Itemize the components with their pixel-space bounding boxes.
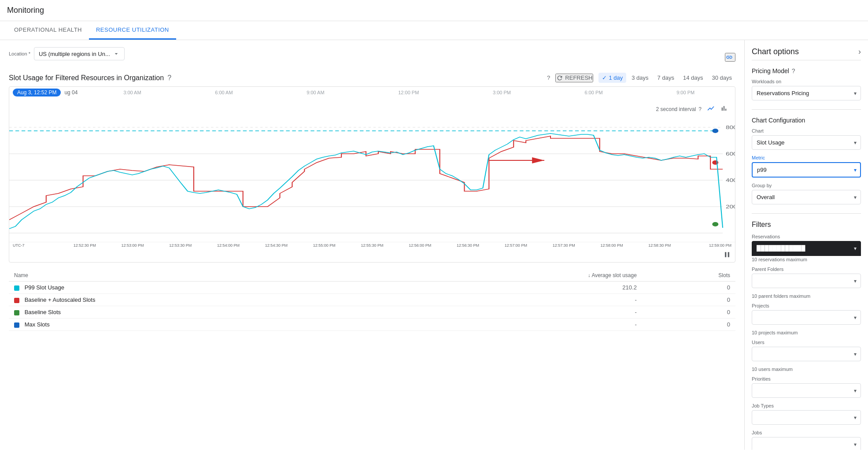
priorities-filter: Priorities xyxy=(752,376,861,398)
app-header: Monitoring xyxy=(0,0,868,21)
sidebar-close-icon[interactable]: › xyxy=(858,47,861,56)
help-icon-right[interactable]: ? xyxy=(547,74,550,81)
jobs-select-wrapper xyxy=(752,437,861,450)
job-types-filter: Job Types xyxy=(752,403,861,425)
date-secondary: ug 04 xyxy=(64,89,78,96)
divider-1 xyxy=(752,109,861,110)
time-tick-7: 12:56:00 PM xyxy=(396,243,444,248)
projects-select[interactable] xyxy=(752,310,861,325)
bar-chart-btn[interactable] xyxy=(718,104,730,115)
parent-folders-filter: Parent Folders 10 parent folders maximum xyxy=(752,267,861,299)
time-tick-2: 12:53:30 PM xyxy=(156,243,204,248)
job-types-select[interactable] xyxy=(752,410,861,425)
metric-select[interactable]: p99 p50 average xyxy=(752,162,861,178)
pricing-help-icon[interactable]: ? xyxy=(792,67,795,74)
job-types-label: Job Types xyxy=(752,403,861,408)
tab-operational-health[interactable]: OPERATIONAL HEALTH xyxy=(7,21,89,40)
row-slots: 0 xyxy=(642,319,735,331)
row-slots: 0 xyxy=(642,306,735,319)
svg-point-10 xyxy=(712,129,718,133)
table-row: P99 Slot Usage 210.2 0 xyxy=(9,282,735,294)
chart-select[interactable]: Slot Usage xyxy=(752,135,861,150)
color-indicator xyxy=(14,285,19,291)
tab-resource-utilization[interactable]: RESOURCE UTILIZATION xyxy=(89,21,176,40)
jobs-select[interactable] xyxy=(752,437,861,450)
job-types-select-wrapper xyxy=(752,410,861,425)
line-chart-btn[interactable] xyxy=(705,104,717,115)
jobs-label: Jobs xyxy=(752,430,861,435)
metric-field-label: Metric xyxy=(752,155,861,160)
sort-icon: ↓ xyxy=(588,272,591,278)
main-layout: Location * US (multiple regions in Un...… xyxy=(0,40,868,450)
users-hint: 10 users maximum xyxy=(752,367,861,372)
time-tick-4: 12:54:30 PM xyxy=(252,243,300,248)
tabs-bar: OPERATIONAL HEALTH RESOURCE UTILIZATION xyxy=(0,21,868,40)
row-avg: - xyxy=(393,319,642,331)
color-indicator xyxy=(14,310,19,315)
reservations-select[interactable]: ████████████ xyxy=(752,241,861,256)
workloads-select[interactable]: Reservations Pricing On-Demand Pricing xyxy=(752,86,861,100)
date-label-bar: Aug 3, 12:52 PM ug 04 3:00 AM 6:00 AM 9:… xyxy=(9,87,735,98)
time-btn-14days[interactable]: 14 days xyxy=(680,73,707,83)
chart-svg-area[interactable]: 800 600 400 200 xyxy=(9,119,735,242)
interval-help-icon[interactable]: ? xyxy=(698,106,702,112)
time-tick-0: 12:52:30 PM xyxy=(61,243,109,248)
row-name-cell: Baseline + Autoscaled Slots xyxy=(9,294,393,306)
reservations-hint: 10 reservations maximum xyxy=(752,257,861,262)
time-btn-7days[interactable]: 7 days xyxy=(654,73,678,83)
time-tick-5: 12:55:00 PM xyxy=(300,243,348,248)
projects-select-wrapper xyxy=(752,310,861,325)
refresh-icon xyxy=(556,74,563,82)
color-indicator xyxy=(14,322,19,328)
jobs-filter: Jobs xyxy=(752,430,861,450)
content-area: Location * US (multiple regions in Un...… xyxy=(0,40,745,450)
date-chip: Aug 3, 12:52 PM xyxy=(13,89,61,96)
pause-button[interactable] xyxy=(723,250,731,260)
filters-title: Filters xyxy=(752,221,861,229)
parent-folders-select[interactable] xyxy=(752,274,861,288)
time-btn-1day[interactable]: ✓ 1 day xyxy=(598,73,626,83)
refresh-button[interactable]: REFRESH xyxy=(555,74,593,82)
row-name: Max Slots xyxy=(25,321,50,328)
location-dropdown[interactable]: US (multiple regions in Un... xyxy=(34,47,125,60)
parent-folders-select-wrapper xyxy=(752,274,861,288)
row-slots: 0 xyxy=(642,294,735,306)
projects-label: Projects xyxy=(752,303,861,308)
row-name: Baseline Slots xyxy=(25,309,61,315)
chart-header: Slot Usage for Filtered Resources in Org… xyxy=(9,73,735,83)
pricing-model-section: Pricing Model ? Workloads on Reservation… xyxy=(752,67,861,100)
col-name: Name xyxy=(9,270,393,282)
table-row: Max Slots - 0 xyxy=(9,319,735,331)
help-icon[interactable]: ? xyxy=(167,74,171,82)
reservations-filter: Reservations ████████████ 10 reservation… xyxy=(752,234,861,262)
data-table: Name ↓ Average slot usage Slots P99 Slot… xyxy=(9,270,735,331)
col-slots: Slots xyxy=(642,270,735,282)
time-btn-30days[interactable]: 30 days xyxy=(708,73,735,83)
chevron-down-icon xyxy=(113,50,120,57)
time-btn-3days[interactable]: 3 days xyxy=(628,73,652,83)
pause-row xyxy=(9,248,735,262)
users-select[interactable] xyxy=(752,347,861,361)
svg-point-12 xyxy=(712,222,718,226)
col-avg[interactable]: ↓ Average slot usage xyxy=(393,270,642,282)
table-row: Baseline + Autoscaled Slots - 0 xyxy=(9,294,735,306)
line-chart-icon xyxy=(707,104,715,112)
time-tick-9: 12:57:00 PM xyxy=(492,243,540,248)
app-title: Monitoring xyxy=(7,6,44,15)
interval-label: 2 second interval xyxy=(656,106,696,112)
copy-url-button[interactable] xyxy=(725,53,735,62)
workloads-label: Workloads on xyxy=(752,79,861,84)
time-tick-8: 12:56:30 PM xyxy=(444,243,492,248)
group-by-select[interactable]: Overall Reservation Project xyxy=(752,190,861,204)
row-avg: - xyxy=(393,306,642,319)
time-tick-6: 12:55:30 PM xyxy=(348,243,396,248)
pause-icon xyxy=(723,250,731,259)
parent-folders-hint: 10 parent folders maximum xyxy=(752,293,861,299)
priorities-select[interactable] xyxy=(752,383,861,398)
chart-controls: ? REFRESH ✓ 1 day 3 days 7 days 14 days … xyxy=(547,73,735,83)
reservations-select-wrapper: ████████████ xyxy=(752,241,861,256)
utc-label: UTC-7 xyxy=(13,243,61,248)
projects-filter: Projects 10 projects maximum xyxy=(752,303,861,335)
time-tick-11: 12:58:00 PM xyxy=(588,243,636,248)
pricing-model-title: Pricing Model ? xyxy=(752,67,861,74)
